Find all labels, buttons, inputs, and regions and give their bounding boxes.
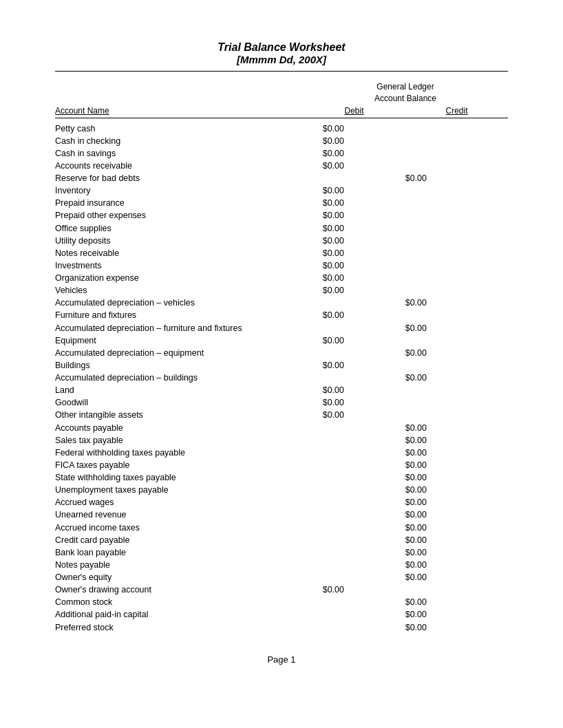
account-cell: Accrued income taxes (55, 522, 303, 534)
table-row: Investments$0.00 (55, 259, 508, 272)
gl-header-group: General Ledger Account Balance Debit Cre… (303, 81, 508, 116)
account-cell: Accounts receivable (55, 160, 303, 172)
table-row: Federal withholding taxes payable$0.00 (55, 447, 508, 459)
table-row: Furniture and fixtures$0.00 (55, 309, 508, 321)
page-footer: Page 1 (55, 654, 508, 665)
table-row: Office supplies$0.00 (55, 222, 508, 235)
table-row: Accumulated depreciation – furniture and… (55, 322, 508, 334)
credit-col-label: Credit (426, 106, 488, 116)
debit-cell: $0.00 (303, 396, 365, 409)
table-row: Equipment$0.00 (55, 334, 508, 347)
table-row: Accounts receivable$0.00 (55, 160, 508, 172)
page-title: Trial Balance Worksheet [Mmmm Dd, 200X] (55, 41, 508, 65)
table-row: Reserve for bad debts$0.00 (55, 172, 508, 184)
page-label: Page 1 (267, 654, 295, 665)
account-cell: Unearned revenue (55, 508, 303, 521)
debit-cell: $0.00 (303, 259, 365, 272)
debit-cell: $0.00 (303, 222, 365, 235)
table-row: Accumulated depreciation – buildings$0.0… (55, 372, 508, 384)
table-row: Land$0.00 (55, 384, 508, 396)
table-row: Additional paid-in capital$0.00 (55, 608, 508, 621)
table-row: FICA taxes payable$0.00 (55, 459, 508, 471)
account-col-label: Account Name (55, 106, 109, 117)
debit-cell: $0.00 (303, 384, 365, 396)
table-row: Owner's equity$0.00 (55, 571, 508, 584)
table-row: Common stock$0.00 (55, 596, 508, 608)
account-cell: Petty cash (55, 122, 303, 135)
table-row: Notes payable$0.00 (55, 559, 508, 571)
table-row: Bank loan payable$0.00 (55, 546, 508, 559)
credit-cell: $0.00 (365, 522, 427, 534)
account-cell: Cash in checking (55, 135, 303, 147)
account-cell: Office supplies (55, 222, 303, 235)
account-cell: Organization expense (55, 272, 303, 284)
credit-cell: $0.00 (365, 508, 427, 521)
account-name-header-cell: Account Name (55, 105, 303, 116)
credit-cell: $0.00 (365, 571, 427, 584)
account-cell: Reserve for bad debts (55, 172, 303, 184)
table-row: Cash in checking$0.00 (55, 135, 508, 147)
credit-cell: $0.00 (365, 297, 427, 309)
debit-cell: $0.00 (303, 584, 365, 596)
credit-cell: $0.00 (365, 534, 427, 546)
account-cell: Owner's drawing account (55, 584, 303, 596)
account-cell: Additional paid-in capital (55, 608, 303, 621)
table-row: Cash in savings$0.00 (55, 147, 508, 160)
debit-cell: $0.00 (303, 235, 365, 247)
table-row: Inventory$0.00 (55, 184, 508, 197)
table-row: Unemployment taxes payable$0.00 (55, 484, 508, 496)
debit-col-label: Debit (323, 106, 385, 116)
account-cell: Prepaid other expenses (55, 209, 303, 222)
debit-cell: $0.00 (303, 135, 365, 147)
debit-cell: $0.00 (303, 147, 365, 160)
table-row: Accrued wages$0.00 (55, 496, 508, 508)
debit-cell: $0.00 (303, 272, 365, 284)
debit-cell: $0.00 (303, 309, 365, 321)
account-cell: Utility deposits (55, 235, 303, 247)
account-cell: Buildings (55, 359, 303, 372)
credit-cell: $0.00 (365, 322, 427, 334)
credit-cell: $0.00 (365, 434, 427, 447)
debit-cell: $0.00 (303, 160, 365, 172)
table-row: Accumulated depreciation – vehicles$0.00 (55, 297, 508, 309)
account-cell: Furniture and fixtures (55, 309, 303, 321)
table-row: Buildings$0.00 (55, 359, 508, 372)
group-label: General Ledger Account Balance (374, 81, 436, 105)
account-cell: Credit card payable (55, 534, 303, 546)
account-cell: Notes receivable (55, 247, 303, 259)
account-cell: Other intangible assets (55, 409, 303, 421)
credit-cell: $0.00 (365, 621, 427, 634)
account-cell: Sales tax payable (55, 434, 303, 447)
debit-cell: $0.00 (303, 359, 365, 372)
account-cell: Common stock (55, 596, 303, 608)
debit-cell: $0.00 (303, 247, 365, 259)
table-row: Notes receivable$0.00 (55, 247, 508, 259)
table-row: Petty cash$0.00 (55, 122, 508, 135)
credit-cell: $0.00 (365, 484, 427, 496)
credit-cell: $0.00 (365, 546, 427, 559)
table-row: Preferred stock$0.00 (55, 621, 508, 634)
table-row: Owner's drawing account$0.00 (55, 584, 508, 596)
table-row: Credit card payable$0.00 (55, 534, 508, 546)
account-cell: Goodwill (55, 396, 303, 409)
credit-cell: $0.00 (365, 347, 427, 359)
account-cell: Inventory (55, 184, 303, 197)
debit-cell: $0.00 (303, 284, 365, 297)
debit-cell: $0.00 (303, 184, 365, 197)
account-cell: FICA taxes payable (55, 459, 303, 471)
account-cell: Owner's equity (55, 571, 303, 584)
account-cell: Investments (55, 259, 303, 272)
debit-cell: $0.00 (303, 409, 365, 421)
table-row: Accumulated depreciation – equipment$0.0… (55, 347, 508, 359)
account-cell: Accumulated depreciation – equipment (55, 347, 303, 359)
table-body: Petty cash$0.00Cash in checking$0.00Cash… (55, 122, 508, 634)
debit-cell: $0.00 (303, 334, 365, 347)
table-row: State withholding taxes payable$0.00 (55, 471, 508, 484)
account-cell: Cash in savings (55, 147, 303, 160)
credit-cell: $0.00 (365, 447, 427, 459)
sub-headers: Debit Credit (303, 106, 508, 116)
table-row: Organization expense$0.00 (55, 272, 508, 284)
title-line2: [Mmmm Dd, 200X] (55, 54, 508, 65)
credit-cell: $0.00 (365, 496, 427, 508)
debit-cell: $0.00 (303, 197, 365, 209)
